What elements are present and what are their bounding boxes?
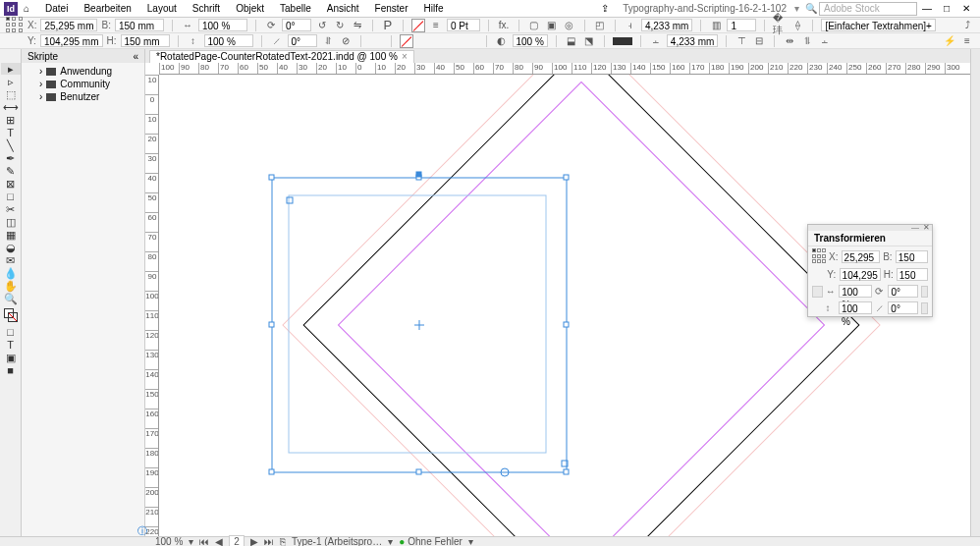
align-center-icon[interactable]: ⟠ <box>790 19 804 32</box>
align-left-icon[interactable]: �玤 <box>773 19 787 32</box>
stock-search-input[interactable]: Adobe Stock <box>819 2 917 16</box>
gap-tool[interactable]: ⟷ <box>1 101 21 113</box>
columns-input[interactable]: 1 <box>727 19 756 31</box>
share-panel-icon[interactable]: ⤴ <box>960 19 974 32</box>
w-input[interactable]: 150 mm <box>115 19 164 31</box>
panel-minimize-icon[interactable]: — <box>911 225 919 231</box>
gradient-tool[interactable]: ▦ <box>1 229 21 241</box>
preflight-chevron-icon[interactable]: ▾ <box>388 536 393 546</box>
tshear-input[interactable]: 0° <box>888 301 917 314</box>
line-tool[interactable]: ╲ <box>1 139 21 151</box>
dist-v-icon[interactable]: ⥮ <box>800 34 814 48</box>
flip-v-icon[interactable]: ⥯ <box>321 34 335 48</box>
menu-datei[interactable]: Datei <box>37 3 76 14</box>
stroke-style-select[interactable] <box>613 37 632 45</box>
rotate-cw-icon[interactable]: ↻ <box>333 19 347 32</box>
flip-h-icon[interactable]: ⇋ <box>351 19 364 32</box>
valign-mid-icon[interactable]: ⊟ <box>752 34 766 48</box>
direct-selection-tool[interactable]: ▹ <box>1 76 21 87</box>
fill-stroke-swatch[interactable] <box>4 308 18 322</box>
th-input[interactable]: 150 mm <box>897 268 928 281</box>
ty-input[interactable]: 104,295 mm <box>840 268 881 281</box>
menu-layout[interactable]: Layout <box>139 3 185 14</box>
gradient-feather-tool[interactable]: ◒ <box>1 242 21 253</box>
transform-reference-point[interactable] <box>812 248 826 264</box>
wrap-bbox-icon[interactable]: ▣ <box>545 19 559 32</box>
selection-tool[interactable]: ▸ <box>1 63 21 75</box>
constrain-scale-icon[interactable] <box>812 286 823 298</box>
align-top-icon[interactable]: ⫠ <box>818 34 832 48</box>
info-icon[interactable]: ⓘ <box>137 524 147 534</box>
valign-top-icon[interactable]: ⊤ <box>735 34 748 48</box>
right-panel-strip[interactable] <box>970 49 980 536</box>
transform-panel[interactable]: —✕ Transformieren X:25,295 mm B:150 mm Y… <box>807 224 933 317</box>
open-icon[interactable]: ⎘ <box>280 536 286 546</box>
script-folder-benutzer[interactable]: ›Benutzer <box>22 90 144 103</box>
next-page-icon[interactable]: ▶ <box>250 536 258 546</box>
preflight-status[interactable]: Ohne Fehler <box>399 536 463 546</box>
apply-color-icon[interactable]: □ <box>1 326 21 338</box>
shear-input[interactable]: 0° <box>288 34 317 47</box>
clear-transform-icon[interactable]: ⊘ <box>339 34 353 48</box>
zoom-tool[interactable]: 🔍 <box>1 293 21 304</box>
menu-tabelle[interactable]: Tabelle <box>272 3 319 14</box>
col-gap-input[interactable]: 4,233 mm <box>667 34 718 47</box>
first-page-icon[interactable]: ⏮ <box>199 536 209 546</box>
scripts-panel-collapse-icon[interactable]: « <box>133 51 138 62</box>
rectangle-frame-tool[interactable]: ⊠ <box>1 178 21 190</box>
tw-input[interactable]: 150 mm <box>896 250 928 263</box>
menu-objekt[interactable]: Objekt <box>228 3 272 14</box>
dist-h-icon[interactable]: ⇹ <box>783 34 796 48</box>
gutter-input[interactable]: 4,233 mm <box>641 19 692 31</box>
horizontal-ruler[interactable]: 1009080706050403020100102030405060708090… <box>159 63 980 75</box>
free-transform-tool[interactable]: ◫ <box>1 216 21 228</box>
type-tool[interactable]: T <box>1 127 21 138</box>
rotate-input[interactable]: 0° <box>282 19 311 31</box>
format-container-icon[interactable]: T <box>1 339 21 351</box>
share-icon[interactable]: ⇪ <box>601 3 609 14</box>
note-tool[interactable]: ✉ <box>1 254 21 266</box>
wrap-jump-icon[interactable]: ⬓ <box>565 34 578 48</box>
scale-y-input[interactable]: 100 % <box>204 34 253 47</box>
zoom-chevron-icon[interactable]: ▾ <box>189 536 193 546</box>
tx-input[interactable]: 25,295 mm <box>842 250 881 263</box>
shear-stepper[interactable] <box>921 302 928 314</box>
errors-chevron-icon[interactable]: ▾ <box>468 536 473 546</box>
last-page-icon[interactable]: ⏭ <box>264 536 274 546</box>
scissors-tool[interactable]: ✂ <box>1 203 21 215</box>
panel-menu-icon[interactable]: ≡ <box>960 34 974 48</box>
eyedropper-tool[interactable]: 💧 <box>1 267 21 279</box>
wrap-nextcol-icon[interactable]: ⬔ <box>582 34 596 48</box>
vertical-ruler[interactable]: 1001020304050607080901001101201301401501… <box>145 75 159 536</box>
zoom-level[interactable]: 100 % <box>155 536 183 546</box>
fx-icon[interactable]: fx. <box>497 19 511 32</box>
normal-view-icon[interactable]: ▣ <box>1 352 21 363</box>
maximize-button[interactable]: □ <box>941 3 953 14</box>
menu-fenster[interactable]: Fenster <box>367 3 416 14</box>
x-input[interactable]: 25,295 mm <box>40 19 97 31</box>
preview-icon[interactable]: ■ <box>1 364 21 376</box>
rotate-ccw-icon[interactable]: ↺ <box>315 19 329 32</box>
rectangle-tool[interactable]: □ <box>1 191 21 202</box>
rot-stepper[interactable] <box>921 286 928 298</box>
h-input[interactable]: 150 mm <box>121 34 170 47</box>
script-folder-anwendung[interactable]: ›Anwendung <box>22 65 144 78</box>
object-style-select[interactable]: [Einfacher Textrahmen]+ <box>821 19 936 31</box>
script-folder-community[interactable]: ›Community <box>22 78 144 90</box>
panel-close-icon[interactable]: ✕ <box>923 225 930 231</box>
content-collector-tool[interactable]: ⊞ <box>1 114 21 126</box>
wrap-none-icon[interactable]: ▢ <box>527 19 541 32</box>
stroke-swatch[interactable] <box>400 34 413 48</box>
menu-hilfe[interactable]: Hilfe <box>415 3 451 14</box>
trot-input[interactable]: 0° <box>888 285 917 298</box>
hand-tool[interactable]: ✋ <box>1 280 21 292</box>
home-icon[interactable]: ⌂ <box>24 3 29 14</box>
opacity-input[interactable]: 100 % <box>513 34 548 47</box>
corner-icon[interactable]: ◰ <box>593 19 607 32</box>
reference-point[interactable] <box>6 17 24 34</box>
tsy-input[interactable]: 100 % <box>839 301 872 314</box>
pen-tool[interactable]: ✒ <box>1 152 21 164</box>
page-number-input[interactable]: 2 <box>229 535 245 546</box>
close-button[interactable]: ✕ <box>960 3 972 14</box>
minimize-button[interactable]: — <box>921 3 933 14</box>
